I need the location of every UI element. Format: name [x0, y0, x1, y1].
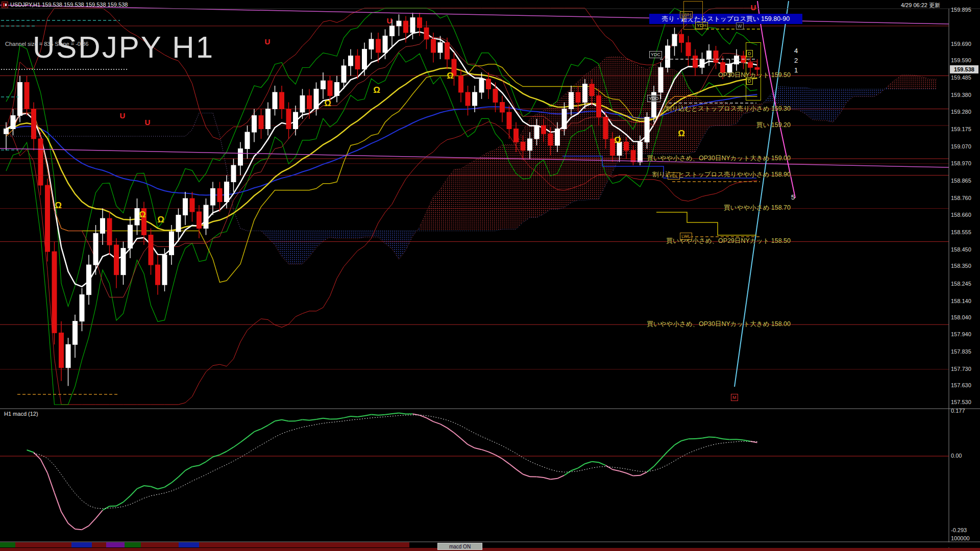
- count-label: 5: [791, 193, 795, 201]
- omega-marker: Ω: [373, 85, 380, 95]
- omega-marker: Ω: [55, 201, 62, 211]
- period-segment: [106, 542, 125, 547]
- level-tag-m: M: [731, 394, 738, 401]
- macd-layer: [0, 413, 949, 530]
- price-axis-label[interactable]: 159.485: [951, 74, 971, 81]
- macd-toggle-button[interactable]: macd ON: [437, 543, 482, 550]
- level-tag-ydo: YDO: [647, 95, 660, 102]
- price-axis-label[interactable]: 157.940: [951, 331, 971, 337]
- price-axis-label[interactable]: 158.660: [951, 212, 971, 218]
- omega-marker: Ω: [324, 98, 331, 109]
- price-axis-label[interactable]: 159.380: [951, 92, 971, 98]
- update-timestamp: 4/29 06:22 更新: [901, 2, 940, 9]
- price-axis-label[interactable]: 158.760: [951, 195, 971, 201]
- u-marker: U: [387, 16, 393, 25]
- period-separator-strip: [0, 542, 980, 547]
- period-segment: [15, 542, 71, 547]
- count-label: 1: [794, 66, 798, 74]
- current-price-badge: 159.538: [950, 65, 978, 73]
- count-label: 2: [794, 57, 798, 64]
- period-segment: [92, 542, 106, 547]
- symbol-ohlc-readout: USDJPY,H1 159.538 159.538 159.538 159.53…: [10, 2, 128, 8]
- macd-axis-label: 0.177: [951, 408, 965, 414]
- period-segment: [0, 542, 15, 547]
- count-label: 4: [794, 47, 798, 55]
- price-axis-label[interactable]: 158.865: [951, 178, 971, 184]
- omega-marker: Ω: [447, 71, 454, 81]
- price-axis-label[interactable]: 158.140: [951, 298, 971, 304]
- price-axis-label[interactable]: 159.070: [951, 143, 971, 149]
- level-tag-lwl: LWL: [680, 233, 692, 240]
- top-bar: USDJPY,H1 159.538 159.538 159.538 159.53…: [0, 0, 980, 9]
- period-segment: [179, 542, 199, 547]
- price-axis-label[interactable]: 159.590: [951, 57, 971, 63]
- price-axis-label[interactable]: 158.040: [951, 314, 971, 320]
- omega-marker: Ω: [614, 135, 621, 145]
- period-segment: [199, 542, 409, 547]
- trade-annotation: 割り込むとストップロス売り小さめ 159.30: [666, 105, 791, 113]
- u-marker: U: [751, 3, 756, 12]
- trading-terminal: USDJPY,H1 159.538 159.538 159.538 159.53…: [0, 0, 980, 551]
- trade-annotation: 買いやや小さめ、OP30日NYカット大きめ 158.00: [647, 320, 791, 329]
- omega-marker: Ω: [678, 129, 685, 139]
- price-axis-label[interactable]: 157.730: [951, 366, 971, 372]
- price-axis-label[interactable]: 158.245: [951, 281, 971, 287]
- highlight-rect: [683, 1, 703, 30]
- macd-indicator-label: H1 macd (12): [4, 411, 38, 417]
- price-axis-label[interactable]: 159.690: [951, 41, 971, 47]
- candles-layer: [4, 13, 760, 386]
- sell-stop-note: 売り・超えたらストップロス買い 159.80-90: [649, 14, 802, 24]
- price-axis-label[interactable]: 157.530: [951, 399, 971, 405]
- trade-annotation: 買いやや小さめ 158.70: [724, 204, 791, 212]
- price-axis-label[interactable]: 158.450: [951, 246, 971, 253]
- chart-icon: [2, 2, 8, 8]
- indicator-lines-layer: [6, 8, 757, 405]
- channel-info: Channel size = 835 Slope = -0.86: [5, 41, 88, 47]
- chart-canvas[interactable]: [0, 0, 980, 551]
- volume-axis-label: 100000: [951, 535, 970, 541]
- highlight-rect: [746, 42, 761, 101]
- price-axis-label[interactable]: 158.970: [951, 160, 971, 166]
- price-axis-label[interactable]: 159.280: [951, 109, 971, 115]
- price-axis-label[interactable]: 159.895: [951, 7, 971, 13]
- period-segment: [125, 542, 141, 547]
- level-tag-ydc: YDC: [649, 51, 662, 58]
- level-tag-w: W: [736, 22, 744, 30]
- price-axis-label[interactable]: 157.630: [951, 382, 971, 388]
- trade-annotation: 買いやや小さめ、OP30日NYカット大きめ 159.00: [647, 154, 791, 163]
- price-axis-label[interactable]: 158.555: [951, 229, 971, 235]
- u-marker: U: [145, 118, 151, 127]
- period-segment: [71, 542, 92, 547]
- watermark-symbol: USDJPY H1: [33, 30, 214, 65]
- price-axis-label[interactable]: 157.835: [951, 348, 971, 355]
- u-marker: U: [265, 37, 271, 46]
- period-segment: [141, 542, 179, 547]
- trade-annotation: 買い 159.20: [756, 121, 791, 130]
- omega-marker: Ω: [139, 210, 146, 220]
- macd-axis-label: -0.293: [951, 527, 967, 533]
- bottom-strip: [0, 548, 980, 551]
- omega-marker: Ω: [157, 215, 164, 225]
- macd-axis-label: 0.00: [951, 453, 962, 459]
- price-axis-label[interactable]: 158.350: [951, 263, 971, 269]
- level-tag-ydl: YDL: [668, 172, 680, 180]
- u-marker: U: [120, 111, 126, 120]
- price-axis-label[interactable]: 159.175: [951, 126, 971, 132]
